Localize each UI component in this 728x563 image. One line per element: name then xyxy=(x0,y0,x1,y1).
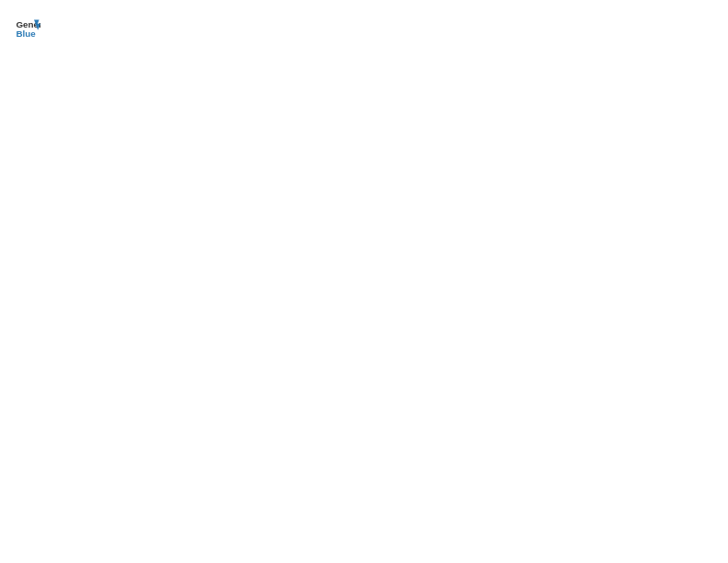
svg-text:Blue: Blue xyxy=(16,29,36,39)
logo: General Blue xyxy=(15,15,40,40)
logo-icon: General Blue xyxy=(15,15,40,40)
header: General Blue xyxy=(15,15,713,40)
